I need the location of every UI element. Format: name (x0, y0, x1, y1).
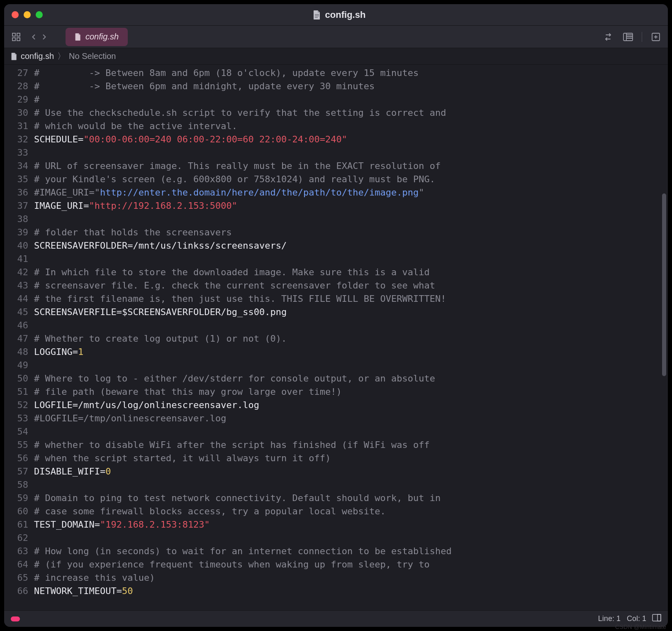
file-icon (75, 33, 81, 41)
code-line[interactable]: NETWORK_TIMEOUT=50 (34, 585, 668, 598)
code-line[interactable]: # Whether to create log output (1) or no… (34, 332, 668, 345)
line-number: 60 (4, 505, 28, 518)
code-line[interactable] (34, 146, 668, 159)
code-line[interactable] (34, 425, 668, 438)
line-number: 58 (4, 478, 28, 492)
code-line[interactable]: # Domain to ping to test network connect… (34, 492, 668, 505)
code-line[interactable]: # the first filename is, then just use t… (34, 292, 668, 306)
tab-label: config.sh (85, 32, 119, 42)
minimap-icon[interactable] (652, 614, 661, 624)
status-indicator[interactable] (11, 616, 20, 621)
code-line[interactable]: # Where to log to - either /dev/stderr f… (34, 372, 668, 385)
editor-window: config.sh config.sh (4, 4, 668, 627)
svg-rect-5 (12, 38, 15, 41)
code-line[interactable]: # file path (beware that this may grow l… (34, 385, 668, 399)
code-line[interactable]: IMAGE_URI="http://192.168.2.153:5000" (34, 199, 668, 213)
line-number: 40 (4, 239, 28, 252)
code-line[interactable]: SCREENSAVERFOLDER=/mnt/us/linkss/screens… (34, 239, 668, 252)
line-number: 32 (4, 133, 28, 146)
columns-icon[interactable] (622, 31, 634, 43)
code-line[interactable]: LOGFILE=/mnt/us/log/onlinescreensaver.lo… (34, 399, 668, 412)
watermark: CSDN @Mintimate (615, 624, 666, 630)
chevron-right-icon: 〉 (57, 51, 66, 62)
code-line[interactable]: # screensaver file. E.g. check the curre… (34, 279, 668, 292)
editor-area[interactable]: 2728293031323334353637383940414243444546… (4, 65, 668, 610)
line-number: 44 (4, 292, 28, 306)
line-number: 50 (4, 372, 28, 385)
minimize-window-button[interactable] (24, 11, 31, 18)
code-line[interactable]: DISABLE_WIFI=0 (34, 465, 668, 478)
divider (642, 32, 642, 42)
svg-rect-1 (315, 15, 319, 16)
line-number: 46 (4, 319, 28, 332)
code-line[interactable] (34, 252, 668, 266)
code-line[interactable]: # which would be the active interval. (34, 120, 668, 133)
code-line[interactable]: # whether to disable WiFi after the scri… (34, 438, 668, 452)
breadcrumb: config.sh 〉 No Selection (4, 48, 668, 65)
scrollbar-track[interactable] (660, 65, 666, 610)
code-line[interactable] (34, 478, 668, 492)
svg-rect-4 (17, 33, 20, 36)
code-line[interactable] (34, 213, 668, 226)
file-icon (11, 52, 17, 61)
forward-button[interactable] (39, 31, 50, 43)
code-line[interactable] (34, 359, 668, 372)
statusbar: Line: 1 Col: 1 (4, 610, 668, 627)
line-number: 53 (4, 412, 28, 425)
line-number: 30 (4, 106, 28, 120)
code-line[interactable]: SCREENSAVERFILE=$SCREENSAVERFOLDER/bg_ss… (34, 306, 668, 319)
library-icon[interactable] (10, 31, 22, 43)
back-button[interactable] (28, 31, 39, 43)
code-line[interactable]: # How long (in seconds) to wait for an i… (34, 545, 668, 558)
add-panel-icon[interactable] (650, 31, 662, 43)
code-line[interactable]: # (if you experience frequent timeouts w… (34, 558, 668, 571)
code-line[interactable]: # when the script started, it will alway… (34, 452, 668, 465)
svg-rect-2 (315, 17, 318, 18)
code-line[interactable]: LOGGING=1 (34, 345, 668, 359)
code-line[interactable]: # (34, 93, 668, 106)
close-window-button[interactable] (12, 11, 19, 18)
title-center: config.sh (43, 10, 635, 20)
code-line[interactable]: # -> Between 8am and 6pm (18 o'clock), u… (34, 66, 668, 80)
code-line[interactable] (34, 531, 668, 545)
code-line[interactable]: # increase this value) (34, 571, 668, 585)
code-line[interactable]: # URL of screensaver image. This really … (34, 159, 668, 173)
code-line[interactable]: # Use the checkschedule.sh script to ver… (34, 106, 668, 120)
code-line[interactable]: # case some firewall blocks access, try … (34, 505, 668, 518)
scrollbar-thumb[interactable] (662, 193, 666, 376)
col-value: 1 (642, 614, 646, 623)
code-line[interactable] (34, 319, 668, 332)
code-line[interactable]: # folder that holds the screensavers (34, 226, 668, 239)
file-icon (313, 10, 321, 20)
toolbar-right (602, 31, 662, 43)
code-line[interactable]: #IMAGE_URI="http://enter.the.domain/here… (34, 186, 668, 199)
zoom-window-button[interactable] (36, 11, 43, 18)
line-number: 47 (4, 332, 28, 345)
line-label: Line: (598, 614, 614, 623)
code-line[interactable]: TEST_DOMAIN="192.168.2.153:8123" (34, 518, 668, 531)
code-line[interactable]: # your Kindle's screen (e.g. 600x800 or … (34, 173, 668, 186)
tab-active[interactable]: config.sh (66, 28, 128, 46)
status-right: Line: 1 Col: 1 (598, 614, 661, 624)
line-number: 27 (4, 66, 28, 80)
line-number: 62 (4, 531, 28, 545)
line-number: 31 (4, 120, 28, 133)
line-number: 64 (4, 558, 28, 571)
breadcrumb-file[interactable]: config.sh (21, 51, 54, 61)
svg-rect-0 (315, 14, 319, 15)
swap-icon[interactable] (602, 31, 614, 43)
svg-rect-16 (657, 614, 661, 621)
line-number: 52 (4, 399, 28, 412)
col-label: Col: (627, 614, 640, 623)
code-content[interactable]: # -> Between 8am and 6pm (18 o'clock), u… (34, 65, 668, 610)
line-number: 55 (4, 438, 28, 452)
code-line[interactable]: #LOGFILE=/tmp/onlinescreensaver.log (34, 412, 668, 425)
code-line[interactable]: # In which file to store the downloaded … (34, 266, 668, 279)
line-number: 35 (4, 173, 28, 186)
line-value: 1 (616, 614, 621, 623)
code-line[interactable]: SCHEDULE="00:00-06:00=240 06:00-22:00=60… (34, 133, 668, 146)
line-number: 65 (4, 571, 28, 585)
svg-rect-6 (17, 38, 20, 41)
code-line[interactable]: # -> Between 6pm and midnight, update ev… (34, 80, 668, 93)
title-text: config.sh (325, 10, 366, 20)
